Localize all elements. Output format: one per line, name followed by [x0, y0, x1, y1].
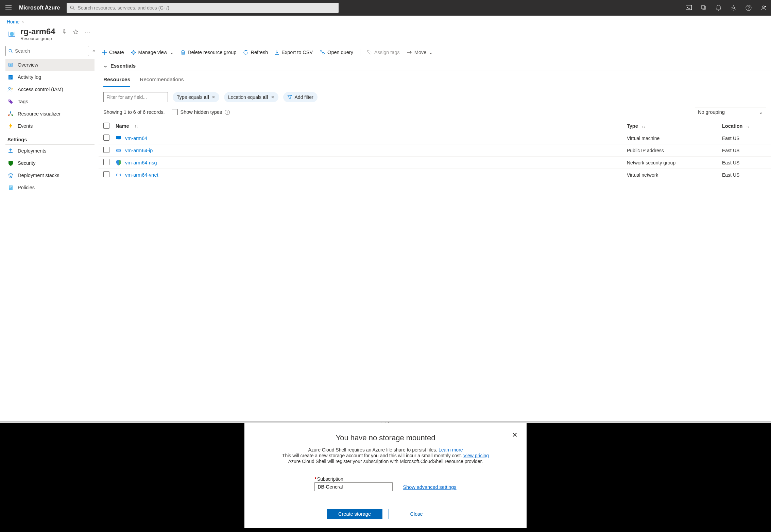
sidebar-item-security[interactable]: Security	[5, 157, 95, 169]
close-icon[interactable]: ✕	[512, 431, 518, 439]
sidebar-search-input[interactable]	[15, 48, 86, 54]
cmd-create[interactable]: Create	[102, 50, 124, 55]
sidebar-item-access-control[interactable]: Access control (IAM)	[5, 83, 95, 95]
sidebar-item-resource-visualizer[interactable]: Resource visualizer	[5, 108, 95, 120]
sidebar-item-policies[interactable]: Policies	[5, 181, 95, 194]
feedback-icon[interactable]	[756, 0, 771, 16]
tag-icon	[367, 50, 372, 55]
filter-field-input[interactable]	[103, 92, 168, 102]
cmd-assign-tags: Assign tags	[367, 50, 400, 55]
sidebar-item-events[interactable]: Events	[5, 120, 95, 132]
sidebar-item-label: Deployments	[18, 148, 47, 154]
cmd-label: Open query	[327, 50, 353, 55]
svg-point-28	[323, 53, 325, 54]
vm-icon	[116, 135, 122, 141]
sidebar-item-deployments[interactable]: Deployments	[5, 145, 95, 157]
close-icon[interactable]: ✕	[212, 95, 215, 100]
svg-rect-30	[118, 140, 120, 140]
add-filter-button[interactable]: Add filter	[283, 92, 318, 102]
more-icon[interactable]: ···	[85, 29, 91, 35]
brand-label[interactable]: Microsoft Azure	[19, 5, 60, 11]
col-header-name[interactable]: Name ↑↓	[116, 123, 627, 129]
directory-filter-icon[interactable]	[696, 0, 711, 16]
row-checkbox[interactable]	[103, 147, 109, 153]
tab-recommendations[interactable]: Recommendations	[140, 76, 184, 87]
sort-icon: ↑↓	[641, 124, 645, 128]
filter-row: Type equals all ✕ Location equals all ✕ …	[99, 87, 771, 106]
global-search-input[interactable]	[78, 5, 335, 11]
resource-link[interactable]: vm-arm64-vnet	[125, 172, 158, 178]
svg-point-18	[11, 88, 13, 89]
svg-point-17	[8, 87, 11, 89]
close-icon[interactable]: ✕	[271, 95, 274, 100]
show-advanced-settings-link[interactable]: Show advanced settings	[403, 484, 456, 490]
sidebar-item-label: Security	[18, 160, 35, 166]
view-pricing-link[interactable]: View pricing	[463, 453, 489, 458]
resource-link[interactable]: vm-arm64-nsg	[125, 160, 157, 165]
essentials-toggle[interactable]: ⌄ Essentials	[99, 59, 771, 71]
sort-icon: ↑↓	[135, 124, 138, 128]
tab-resources[interactable]: Resources	[103, 76, 130, 87]
create-storage-button[interactable]: Create storage	[327, 509, 382, 519]
sidebar-item-label: Deployment stacks	[18, 173, 59, 178]
people-icon	[7, 87, 14, 92]
cmd-export-csv[interactable]: Export to CSV	[275, 50, 313, 55]
grouping-select[interactable]: No grouping ⌄	[695, 107, 766, 117]
table-row: vm-arm64-ip Public IP address East US	[99, 144, 771, 157]
sidebar-item-label: Policies	[18, 185, 35, 190]
star-icon[interactable]	[73, 29, 79, 35]
cmd-open-query[interactable]: Open query	[320, 50, 353, 55]
subscription-input[interactable]	[314, 482, 393, 491]
global-search[interactable]	[67, 3, 339, 13]
help-icon[interactable]	[741, 0, 756, 16]
table-row: vm-arm64 Virtual machine East US	[99, 132, 771, 144]
show-hidden-checkbox[interactable]	[172, 109, 178, 115]
col-header-type[interactable]: Type ↑↓	[627, 123, 722, 129]
filter-pill-type[interactable]: Type equals all ✕	[173, 92, 219, 102]
cmd-label: Delete resource group	[188, 50, 236, 55]
learn-more-link[interactable]: Learn more	[439, 447, 463, 453]
close-button[interactable]: Close	[389, 509, 444, 519]
sidebar-search[interactable]	[5, 46, 89, 56]
breadcrumb-home-link[interactable]: Home	[7, 19, 19, 24]
resource-link[interactable]: vm-arm64	[125, 136, 147, 141]
cloud-shell-storage-dialog: ✕ You have no storage mounted Azure Clou…	[244, 423, 527, 528]
row-checkbox[interactable]	[103, 171, 109, 177]
header-icon-group	[681, 0, 771, 16]
sidebar-item-overview[interactable]: Overview	[5, 59, 95, 71]
select-all-checkbox[interactable]	[103, 123, 109, 129]
filter-icon	[287, 95, 292, 99]
pin-icon[interactable]	[62, 29, 67, 35]
svg-point-33	[118, 150, 119, 151]
row-checkbox[interactable]	[103, 135, 109, 141]
sidebar-item-tags[interactable]: Tags	[5, 95, 95, 108]
cmd-manage-view[interactable]: Manage view ⌄	[131, 50, 174, 55]
sidebar-item-activity-log[interactable]: Activity log	[5, 71, 95, 83]
cell-type: Public IP address	[627, 148, 722, 153]
resource-link[interactable]: vm-arm64-ip	[125, 148, 153, 153]
svg-rect-3	[702, 5, 704, 9]
cell-type: Virtual machine	[627, 136, 722, 141]
trash-icon	[181, 50, 185, 55]
filter-pill-location[interactable]: Location equals all ✕	[224, 92, 278, 102]
hamburger-menu-button[interactable]	[0, 0, 17, 16]
sidebar-item-deployment-stacks[interactable]: Deployment stacks	[5, 169, 95, 181]
notifications-icon[interactable]	[711, 0, 726, 16]
cmd-label: Assign tags	[374, 50, 400, 55]
cmd-refresh[interactable]: Refresh	[243, 50, 268, 55]
search-icon	[70, 5, 75, 10]
table-header-row: Name ↑↓ Type ↑↓ Location ↑↓	[99, 120, 771, 132]
collapse-sidebar-button[interactable]: «	[92, 48, 97, 54]
row-checkbox[interactable]	[103, 159, 109, 165]
cmd-label: Create	[109, 50, 124, 55]
cmd-move[interactable]: Move ⌄	[407, 50, 433, 55]
shield-icon	[116, 160, 122, 166]
svg-point-26	[133, 52, 134, 53]
info-icon[interactable]: i	[225, 110, 230, 115]
col-header-location[interactable]: Location ↑↓	[722, 123, 766, 129]
cmd-delete[interactable]: Delete resource group	[181, 50, 236, 55]
cloud-shell-icon[interactable]	[681, 0, 696, 16]
svg-rect-24	[10, 187, 12, 187]
settings-gear-icon[interactable]	[726, 0, 741, 16]
svg-point-7	[765, 6, 766, 7]
